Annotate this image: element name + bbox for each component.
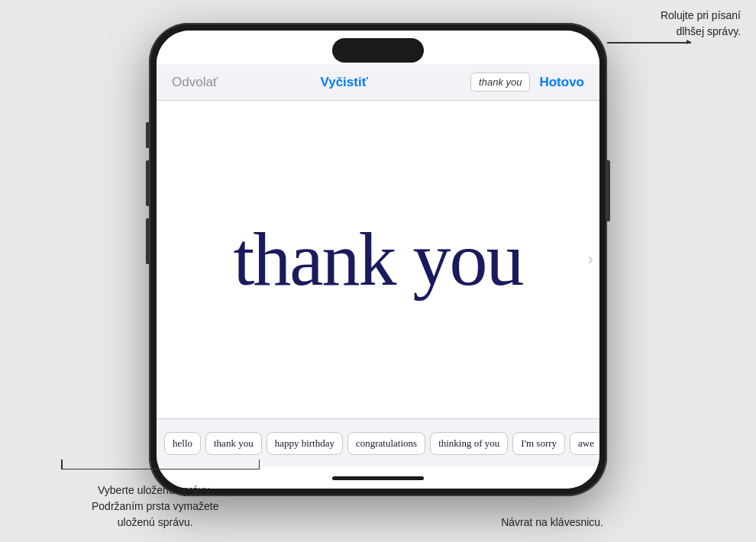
cancel-button[interactable]: Odvolať [172, 75, 218, 90]
suggestions-bar: hello thank you happy birthday congratul… [157, 418, 599, 467]
dynamic-island [332, 38, 424, 63]
suggestion-happy-birthday[interactable]: happy birthday [267, 432, 343, 455]
suggestion-thinking-of-you[interactable]: thinking of you [430, 432, 508, 455]
side-button-silent [146, 122, 149, 148]
bracket-annotation-line [61, 468, 260, 469]
phone-screen: Odvolať Vyčistiť thank you Hotovo thank … [157, 31, 599, 489]
suggestion-im-sorry[interactable]: I'm sorry [512, 432, 565, 455]
suggestion-thank-you[interactable]: thank you [205, 432, 262, 455]
annotation-scroll-tip: Rolujte pri písaní dlhšej správy. [661, 8, 741, 40]
home-bar [332, 476, 424, 480]
side-button-vol-down [146, 218, 149, 264]
top-navigation-bar: Odvolať Vyčistiť thank you Hotovo [157, 64, 599, 101]
handwriting-content: thank you [202, 202, 553, 317]
clear-button[interactable]: Vyčistiť [321, 75, 368, 90]
handwriting-canvas[interactable]: thank you › [157, 101, 599, 418]
word-suggestion-chip[interactable]: thank you [470, 73, 530, 92]
phone-frame-wrapper: Odvolať Vyčistiť thank you Hotovo thank … [149, 23, 607, 496]
phone-frame: Odvolať Vyčistiť thank you Hotovo thank … [149, 23, 607, 496]
suggestion-congratulations[interactable]: congratulations [347, 432, 425, 455]
scroll-right-arrow[interactable]: › [588, 250, 593, 269]
suggestion-hello[interactable]: hello [164, 432, 201, 455]
suggestion-awe[interactable]: awe [570, 432, 599, 455]
done-button[interactable]: Hotovo [539, 75, 584, 90]
annotation-keyboard-tip: Návrat na klávesnicu. [501, 515, 603, 531]
status-bar [157, 31, 599, 64]
home-indicator [157, 467, 599, 489]
annotation-line-top-right [607, 42, 691, 44]
annotation-saved-message-tip: Vyberte uloženú správu. Podržaním prsta … [92, 482, 219, 531]
side-button-vol-up [146, 160, 149, 206]
side-button-power [607, 160, 610, 221]
top-bar-right: thank you Hotovo [470, 73, 584, 92]
